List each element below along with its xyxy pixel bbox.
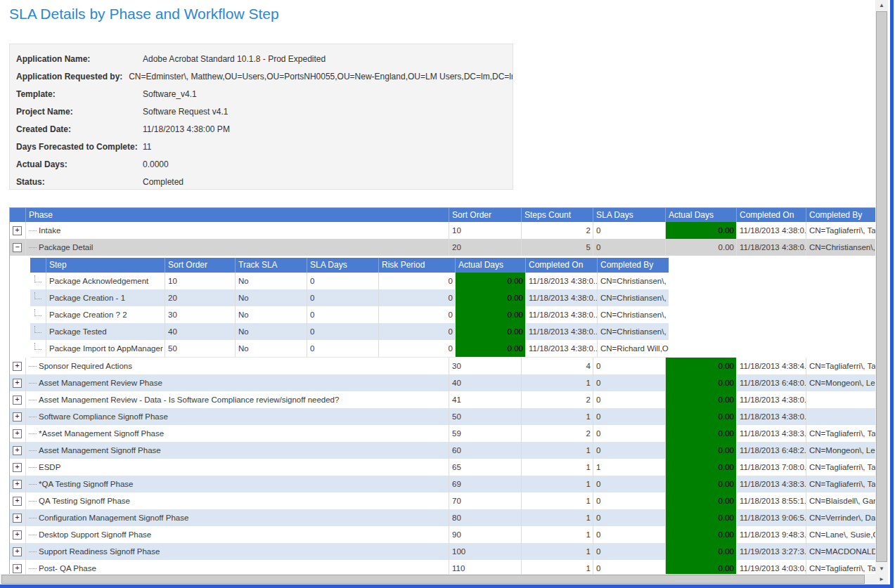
- column-header-actual_days[interactable]: Actual Days: [455, 258, 525, 273]
- phase-row-expander-cell: −: [10, 239, 25, 256]
- cell-completed_on: 11/18/2013 4:38:4...: [736, 358, 806, 374]
- info-value: Software_v4.1: [143, 86, 197, 103]
- dotted-connector: [29, 433, 37, 435]
- cell-phase: *QA Testing Signoff Phase: [25, 476, 449, 492]
- column-header-sort_order[interactable]: Sort Order: [165, 258, 235, 273]
- cell-completed_on: 11/18/2013 6:48:0...: [736, 374, 806, 391]
- dotted-connector: [29, 484, 37, 485]
- vertical-scrollbar[interactable]: ▲ ▼: [875, 0, 888, 575]
- expand-icon[interactable]: +: [13, 226, 22, 235]
- phase-row-expander-cell: +: [10, 476, 25, 492]
- phase-row[interactable]: +Software Compliance Signoff Phase50100.…: [10, 408, 877, 425]
- report-page: SLA Details by Phase and Workflow Step A…: [0, 0, 895, 588]
- phase-row[interactable]: +Configuration Management Signoff Phase8…: [10, 509, 877, 526]
- dotted-connector: [29, 535, 37, 536]
- phase-row[interactable]: +*Asset Management Signoff Phase59200.00…: [10, 425, 877, 442]
- cell-phase: Intake: [25, 222, 449, 239]
- phase-row[interactable]: +Desktop Support Signoff Phase90100.0011…: [10, 526, 877, 543]
- horizontal-scrollbar[interactable]: ►: [0, 574, 888, 584]
- cell-actual_days: 0.00: [455, 306, 525, 323]
- window-border-right: [890, 0, 894, 588]
- expand-icon[interactable]: +: [13, 514, 22, 523]
- cell-completed_on: 11/18/2013 9:48:3...: [736, 526, 806, 543]
- cell-phase: Software Compliance Signoff Phase: [25, 408, 449, 425]
- expand-icon[interactable]: +: [13, 429, 22, 438]
- scroll-down-button[interactable]: ▼: [875, 563, 888, 575]
- column-header-phase[interactable]: Phase: [25, 208, 449, 222]
- collapse-icon[interactable]: −: [13, 243, 22, 252]
- column-header-risk_period[interactable]: Risk Period: [378, 258, 455, 273]
- expand-icon[interactable]: +: [13, 564, 22, 573]
- column-header-sort_order[interactable]: Sort Order: [449, 208, 521, 222]
- expand-icon[interactable]: +: [13, 362, 22, 371]
- cell-completed_on: 11/18/2013 4:38:3...: [736, 425, 806, 442]
- expand-icon[interactable]: +: [13, 396, 22, 405]
- info-row: Application Name:Adobe Acrobat Standard …: [10, 51, 513, 68]
- phase-row[interactable]: +*QA Testing Signoff Phase69100.0011/18/…: [10, 476, 877, 492]
- phase-row[interactable]: −Package Detail20500.0011/18/2013 4:38:0…: [10, 239, 877, 256]
- phase-row-expander-cell: +: [10, 222, 25, 239]
- column-header-sla_days[interactable]: SLA Days: [593, 208, 665, 222]
- step-row[interactable]: Package Acknowledgement10No000.0011/18/2…: [30, 273, 669, 289]
- phase-row[interactable]: +Intake10200.0011/18/2013 4:38:0...CN=Ta…: [10, 222, 877, 239]
- info-label: Project Name:: [10, 103, 143, 121]
- phase-row[interactable]: +Asset Management Signoff Phase60100.001…: [10, 442, 877, 459]
- cell-steps_count: 1: [521, 526, 593, 543]
- expand-icon[interactable]: +: [13, 497, 22, 506]
- column-header-completed_by[interactable]: Completed By: [806, 208, 877, 222]
- dotted-connector: [29, 247, 37, 249]
- column-header-completed_on[interactable]: Completed On: [525, 258, 597, 273]
- scroll-up-button[interactable]: ▲: [875, 0, 888, 11]
- column-header-track_sla[interactable]: Track SLA: [235, 258, 307, 273]
- dotted-connector: [29, 518, 37, 519]
- sla-phase-grid: PhaseSort OrderSteps CountSLA DaysActual…: [9, 207, 877, 577]
- column-header-steps_count[interactable]: Steps Count: [521, 208, 593, 222]
- workflow-steps-subgrid: StepSort OrderTrack SLASLA DaysRisk Peri…: [30, 258, 669, 358]
- cell-sla_days: 0: [307, 306, 378, 323]
- cell-completed_on: 11/18/2013 6:48:2...: [736, 442, 806, 459]
- phase-row[interactable]: +Sponsor Required Actions30400.0011/18/2…: [10, 358, 877, 374]
- horizontal-scrollbar-thumb[interactable]: [1, 575, 865, 584]
- column-header-actual_days[interactable]: Actual Days: [665, 208, 736, 222]
- step-row[interactable]: Package Creation - 120No000.0011/18/2013…: [30, 289, 669, 306]
- vertical-scrollbar-thumb[interactable]: [876, 11, 887, 562]
- cell-steps_count: 4: [521, 358, 593, 374]
- cell-sla_days: 0: [593, 374, 665, 391]
- phase-row[interactable]: +Asset Management Review Phase40100.0011…: [10, 374, 877, 391]
- column-header-completed_on[interactable]: Completed On: [736, 208, 806, 222]
- expand-icon[interactable]: +: [13, 463, 22, 472]
- cell-sort_order: 69: [449, 476, 521, 492]
- step-row[interactable]: Package Creation ? 230No000.0011/18/2013…: [30, 306, 669, 323]
- cell-actual_days: 0.00: [455, 340, 525, 357]
- cell-sla_days: 0: [593, 358, 665, 374]
- cell-sla_days: 0: [593, 476, 665, 492]
- expand-icon[interactable]: +: [13, 530, 22, 540]
- expand-icon[interactable]: +: [13, 547, 22, 556]
- step-row[interactable]: Package Tested40No000.0011/18/2013 4:38:…: [30, 323, 669, 340]
- expand-icon[interactable]: +: [13, 480, 22, 489]
- cell-sla_days: 0: [593, 543, 665, 560]
- phase-row[interactable]: +Asset Management Review - Data - Is Sof…: [10, 391, 877, 408]
- column-header-step[interactable]: Step: [46, 258, 165, 273]
- phase-row-expander-cell: +: [10, 374, 25, 391]
- step-row[interactable]: Package Import to AppManager50No000.0011…: [30, 340, 669, 357]
- expand-icon[interactable]: +: [13, 412, 22, 422]
- cell-risk_period: 0: [378, 340, 455, 357]
- phase-row[interactable]: +Support Readiness Signoff Phase100100.0…: [10, 543, 877, 560]
- phase-row[interactable]: +QA Testing Signoff Phase70100.0011/18/2…: [10, 492, 877, 509]
- cell-sort_order: 100: [449, 543, 521, 560]
- cell-risk_period: 0: [378, 273, 455, 289]
- expand-icon[interactable]: +: [13, 379, 22, 388]
- scroll-right-button[interactable]: ►: [875, 574, 888, 584]
- cell-sla_days: 0: [593, 239, 665, 256]
- phase-row[interactable]: +ESDP65110.0011/18/2013 7:08:0...CN=Tagl…: [10, 459, 877, 476]
- dotted-connector: [29, 568, 37, 570]
- column-header-sla_days[interactable]: SLA Days: [307, 258, 378, 273]
- column-header-completed_by[interactable]: Completed By: [597, 258, 669, 273]
- cell-completed_by: CN=Christiansen\, ...: [597, 289, 669, 306]
- cell-actual_days: 0.00: [665, 476, 736, 492]
- cell-actual_days: 0.00: [665, 222, 736, 239]
- expand-icon[interactable]: +: [13, 446, 22, 455]
- cell-actual_days: 0.00: [665, 408, 736, 425]
- cell-sla_days: 0: [307, 323, 378, 340]
